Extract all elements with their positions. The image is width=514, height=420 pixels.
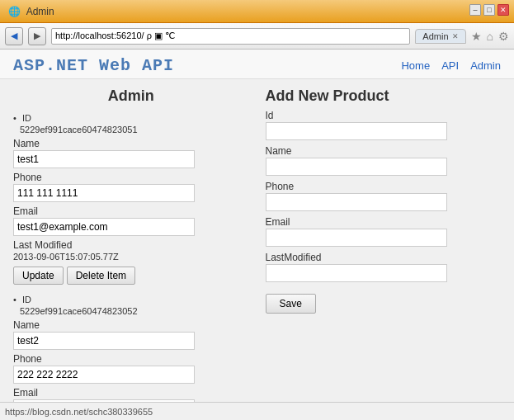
close-button[interactable]: ✕ xyxy=(497,4,509,16)
forward-button[interactable]: ▶ xyxy=(28,27,46,45)
product-1-email-input[interactable] xyxy=(13,218,195,236)
tab-label: Admin xyxy=(422,31,448,41)
product-2-email-label: Email xyxy=(13,387,249,399)
new-lastmod-label: LastModified xyxy=(266,252,502,263)
app-header: ASP.NET Web API Home API Admin xyxy=(0,50,514,79)
address-bar: ◀ ▶ Admin ✕ ★ ⌂ ⚙ xyxy=(0,23,514,50)
new-id-input[interactable] xyxy=(266,122,447,140)
page-heading: Admin xyxy=(13,87,249,105)
product-1-lastmod-value: 2013-09-06T15:07:05.77Z xyxy=(13,252,249,262)
title-bar: 🌐 Admin – □ ✕ xyxy=(0,0,514,23)
nav-admin[interactable]: Admin xyxy=(470,59,501,72)
tab-icon: 🌐 xyxy=(8,6,21,17)
product-1-buttons: Update Delete Item xyxy=(13,267,249,285)
browser-tab[interactable]: Admin ✕ xyxy=(415,29,465,44)
right-panel: Add New Product Id Name Phone Email Last… xyxy=(266,87,502,420)
nav-api[interactable]: API xyxy=(441,59,459,72)
product-item-1: ID 5229ef991cace60474823051 Name Phone E… xyxy=(13,113,249,285)
product-1-name-input[interactable] xyxy=(13,150,195,168)
new-phone-input[interactable] xyxy=(266,193,447,211)
new-email-input[interactable] xyxy=(266,229,447,247)
new-phone-label: Phone xyxy=(266,181,502,192)
product-2-phone-label: Phone xyxy=(13,353,249,365)
new-phone-field: Phone xyxy=(266,181,502,211)
window-controls: – □ ✕ xyxy=(469,4,509,16)
product-2-phone-input[interactable] xyxy=(13,366,195,384)
tab-bar: Admin ✕ xyxy=(415,29,465,44)
product-2-name-label: Name xyxy=(13,319,249,331)
save-button[interactable]: Save xyxy=(266,294,316,314)
new-lastmod-input[interactable] xyxy=(266,264,447,282)
star-icon[interactable]: ★ xyxy=(471,30,482,43)
product-1-lastmod-label: Last Modified xyxy=(13,239,249,251)
new-name-field: Name xyxy=(266,145,502,176)
new-email-label: Email xyxy=(266,216,502,228)
restore-button[interactable]: □ xyxy=(483,4,495,16)
settings-icon[interactable]: ⚙ xyxy=(498,30,509,43)
product-1-email-label: Email xyxy=(13,205,249,217)
product-1-phone-label: Phone xyxy=(13,172,249,183)
status-url: https://blog.csdn.net/schc380339655 xyxy=(5,407,153,417)
new-id-label: Id xyxy=(266,110,502,121)
add-product-title: Add New Product xyxy=(266,87,502,105)
product-1-delete-button[interactable]: Delete Item xyxy=(67,267,135,285)
new-name-label: Name xyxy=(266,145,502,157)
new-name-input[interactable] xyxy=(266,158,447,176)
product-1-id-label: ID xyxy=(13,113,249,123)
title-bar-text: 🌐 Admin xyxy=(8,6,54,17)
tab-close-icon[interactable]: ✕ xyxy=(452,32,459,40)
new-lastmod-field: LastModified xyxy=(266,252,502,282)
app-title: ASP.NET Web API xyxy=(13,56,174,75)
status-bar: https://blog.csdn.net/schc380339655 xyxy=(0,402,514,420)
product-2-id-value: 5229ef991cace60474823052 xyxy=(20,306,249,316)
page-content: Admin ID 5229ef991cace60474823051 Name P… xyxy=(0,79,514,420)
product-2-name-input[interactable] xyxy=(13,332,195,350)
new-email-field: Email xyxy=(266,216,502,247)
left-panel: Admin ID 5229ef991cace60474823051 Name P… xyxy=(13,87,249,420)
minimize-button[interactable]: – xyxy=(469,4,481,16)
url-input[interactable] xyxy=(51,28,410,45)
back-button[interactable]: ◀ xyxy=(5,27,23,45)
app-nav: Home API Admin xyxy=(401,59,501,72)
product-2-id-label: ID xyxy=(13,295,249,304)
new-id-field: Id xyxy=(266,110,502,140)
nav-home[interactable]: Home xyxy=(401,59,430,72)
product-1-phone-input[interactable] xyxy=(13,184,195,202)
product-1-name-label: Name xyxy=(13,138,249,149)
home-icon[interactable]: ⌂ xyxy=(487,30,493,43)
product-1-update-button[interactable]: Update xyxy=(13,267,64,285)
product-1-id-value: 5229ef991cace60474823051 xyxy=(20,125,249,134)
